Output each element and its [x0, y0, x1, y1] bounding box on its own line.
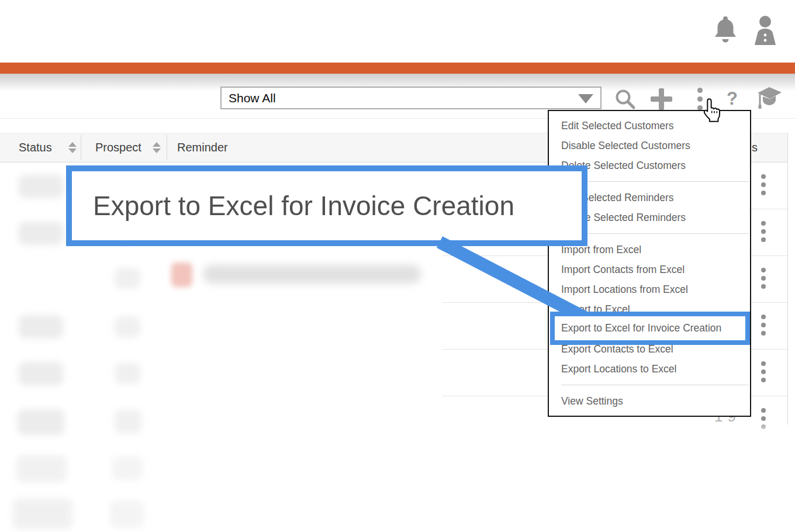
blurred-alert-icon [171, 262, 192, 287]
blurred-cell [19, 362, 63, 385]
app-screen: Show All ? Status Prospect Reminder s [0, 0, 795, 532]
menu-item-export-locations-to-excel[interactable]: Export Locations to Excel [549, 359, 750, 379]
blurred-reminder-text [203, 265, 421, 284]
blurred-cell [110, 500, 144, 527]
callout-text: Export to Excel for Invoice Creation [93, 190, 514, 222]
table-right-border [787, 133, 788, 425]
menu-item-disable-selected-customers[interactable]: Disable Selected Customers [549, 136, 750, 156]
help-icon[interactable]: ? [727, 88, 738, 109]
blurred-cell [13, 499, 72, 529]
actions-menu: Edit Selected Customers Disable Selected… [548, 110, 751, 417]
blurred-cell [112, 457, 143, 480]
blurred-cell [115, 316, 140, 337]
column-header-reminder: Reminder [177, 133, 228, 162]
blurred-cell [115, 410, 141, 433]
training-icon[interactable] [756, 87, 782, 111]
menu-item-highlight-box[interactable]: Export to Excel for Invoice Creation [550, 312, 750, 345]
menu-item-edit-selected-customers[interactable]: Edit Selected Customers [549, 116, 750, 136]
search-icon[interactable] [614, 88, 635, 110]
menu-divider [561, 385, 749, 385]
column-header-status[interactable]: Status [19, 133, 52, 162]
blurred-cell [19, 222, 63, 245]
row-kebab-icon[interactable] [760, 174, 767, 198]
menu-divider [561, 233, 749, 234]
highlighted-menu-item-label: Export to Excel for Invoice Creation [561, 316, 721, 340]
blurred-cell [18, 409, 64, 435]
dropdown-arrow-icon [578, 94, 593, 103]
menu-item-view-settings[interactable]: View Settings [549, 391, 750, 411]
blurred-cell [19, 175, 63, 198]
column-header-partial: s [752, 133, 758, 162]
top-header [0, 0, 795, 63]
menu-item-import-contacts-from-excel[interactable]: Import Contacts from Excel [549, 260, 750, 279]
column-divider [167, 135, 167, 160]
accent-bar [0, 63, 795, 74]
sort-icon[interactable] [153, 142, 161, 154]
sort-icon[interactable] [68, 142, 77, 154]
blurred-cell [115, 363, 140, 384]
row-kebab-icon[interactable] [760, 361, 767, 385]
blurred-cell [115, 268, 140, 289]
column-header-prospect[interactable]: Prospect [95, 133, 141, 162]
bell-icon[interactable] [714, 15, 737, 46]
user-icon[interactable] [752, 15, 778, 46]
filter-select[interactable]: Show All [220, 87, 602, 109]
row-kebab-icon[interactable] [760, 408, 767, 431]
add-icon[interactable] [651, 88, 672, 110]
blurred-cell [19, 315, 63, 338]
row-kebab-icon[interactable] [760, 315, 767, 338]
blurred-cell [16, 455, 67, 482]
column-divider [81, 135, 81, 160]
row-kebab-icon[interactable] [760, 268, 767, 291]
callout-export-invoice: Export to Excel for Invoice Creation [66, 165, 587, 246]
menu-item-import-locations-from-excel[interactable]: Import Locations from Excel [549, 279, 750, 299]
more-options-icon[interactable] [697, 87, 703, 112]
menu-divider [561, 181, 749, 182]
filter-select-value: Show All [229, 88, 276, 108]
row-kebab-icon[interactable] [760, 221, 767, 244]
